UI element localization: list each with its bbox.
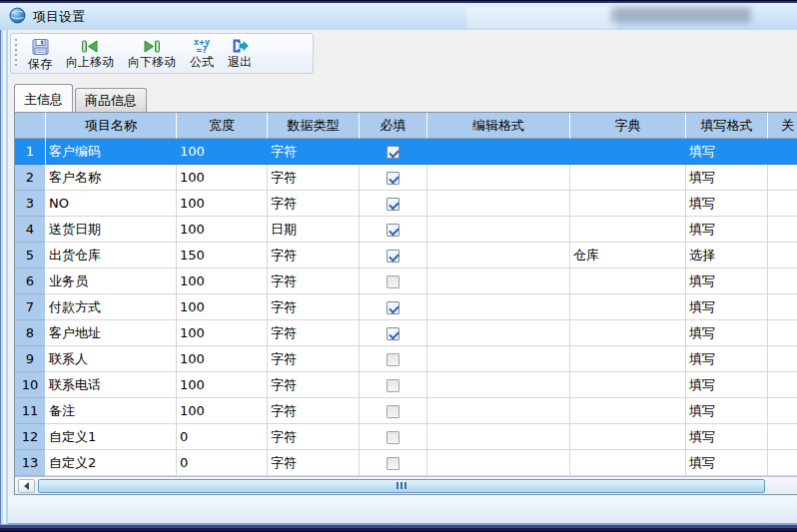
cell-data-type[interactable]: 字符 bbox=[268, 398, 360, 424]
formula-button[interactable]: x+y =? 公式 bbox=[183, 36, 221, 71]
cell-edit-format[interactable] bbox=[427, 346, 570, 372]
cell-data-type[interactable]: 字符 bbox=[268, 165, 360, 191]
cell-item-name[interactable]: 客户名称 bbox=[46, 165, 177, 191]
cell-data-type[interactable]: 字符 bbox=[268, 139, 360, 165]
column-header-data-type[interactable]: 数据类型 bbox=[268, 113, 360, 139]
cell-data-type[interactable]: 字符 bbox=[268, 320, 360, 346]
cell-dictionary[interactable] bbox=[570, 398, 686, 424]
cell-width[interactable]: 100 bbox=[177, 398, 268, 424]
cell-width[interactable]: 100 bbox=[177, 165, 268, 191]
cell-item-name[interactable]: 备注 bbox=[46, 398, 177, 424]
cell-edit-format[interactable] bbox=[427, 139, 570, 165]
cell-item-name[interactable]: 出货仓库 bbox=[46, 243, 177, 268]
cell-link[interactable] bbox=[768, 372, 797, 398]
column-header-required[interactable]: 必填 bbox=[360, 113, 427, 139]
exit-button[interactable]: 退出 bbox=[221, 36, 259, 71]
titlebar[interactable] bbox=[0, 0, 797, 30]
cell-link[interactable] bbox=[768, 450, 797, 476]
cell-required[interactable] bbox=[360, 450, 427, 476]
row-number-cell[interactable]: 13 bbox=[15, 450, 46, 476]
cell-fill-format[interactable]: 填写 bbox=[686, 294, 768, 320]
cell-fill-format[interactable]: 填写 bbox=[686, 450, 768, 476]
column-header-dictionary[interactable]: 字典 bbox=[570, 113, 686, 139]
cell-data-type[interactable]: 字符 bbox=[268, 372, 360, 398]
cell-item-name[interactable]: 自定义2 bbox=[46, 450, 177, 476]
cell-required[interactable] bbox=[360, 398, 427, 424]
cell-fill-format[interactable]: 填写 bbox=[686, 217, 768, 243]
cell-item-name[interactable]: 业务员 bbox=[46, 268, 177, 294]
cell-edit-format[interactable] bbox=[427, 450, 570, 476]
row-number-cell[interactable]: 6 bbox=[15, 268, 46, 294]
scrollbar-thumb[interactable] bbox=[38, 479, 765, 493]
cell-required[interactable] bbox=[360, 139, 427, 165]
cell-width[interactable]: 100 bbox=[177, 191, 268, 217]
checkbox-checked[interactable] bbox=[387, 224, 399, 237]
cell-dictionary[interactable] bbox=[570, 424, 686, 450]
cell-link[interactable] bbox=[768, 398, 797, 424]
cell-fill-format[interactable]: 填写 bbox=[686, 398, 768, 424]
cell-required[interactable] bbox=[360, 268, 427, 294]
row-number-cell[interactable]: 8 bbox=[15, 320, 46, 346]
cell-data-type[interactable]: 字符 bbox=[268, 294, 360, 320]
cell-edit-format[interactable] bbox=[427, 372, 570, 398]
cell-width[interactable]: 100 bbox=[177, 320, 268, 346]
cell-link[interactable] bbox=[768, 217, 797, 243]
cell-fill-format[interactable]: 填写 bbox=[686, 320, 768, 346]
cell-dictionary[interactable] bbox=[570, 320, 686, 346]
cell-edit-format[interactable] bbox=[427, 398, 570, 424]
checkbox-unchecked[interactable] bbox=[387, 275, 399, 288]
cell-dictionary[interactable] bbox=[570, 346, 686, 372]
cell-link[interactable] bbox=[768, 165, 797, 191]
cell-link[interactable] bbox=[768, 320, 797, 346]
cell-required[interactable] bbox=[360, 372, 427, 398]
row-number-cell[interactable]: 2 bbox=[15, 165, 46, 191]
checkbox-checked[interactable] bbox=[387, 172, 399, 185]
cell-item-name[interactable]: NO bbox=[46, 191, 177, 217]
cell-dictionary[interactable] bbox=[570, 372, 686, 398]
row-number-cell[interactable]: 7 bbox=[15, 294, 46, 320]
move-up-button[interactable]: 向上移动 bbox=[59, 36, 121, 71]
cell-dictionary[interactable] bbox=[570, 217, 686, 243]
cell-data-type[interactable]: 字符 bbox=[268, 346, 360, 372]
toolbar-grip[interactable] bbox=[15, 39, 18, 68]
cell-edit-format[interactable] bbox=[427, 320, 570, 346]
tab-product-info[interactable]: 商品信息 bbox=[75, 88, 147, 112]
cell-link[interactable] bbox=[768, 268, 797, 294]
row-number-cell[interactable]: 9 bbox=[15, 346, 46, 372]
cell-required[interactable] bbox=[360, 346, 427, 372]
cell-edit-format[interactable] bbox=[427, 424, 570, 450]
cell-fill-format[interactable]: 填写 bbox=[686, 191, 768, 217]
cell-link[interactable] bbox=[768, 294, 797, 320]
checkbox-checked[interactable] bbox=[387, 250, 399, 263]
move-down-button[interactable]: 向下移动 bbox=[121, 36, 183, 71]
horizontal-scrollbar[interactable] bbox=[15, 476, 797, 494]
cell-data-type[interactable]: 字符 bbox=[268, 191, 360, 217]
cell-width[interactable]: 100 bbox=[177, 346, 268, 372]
checkbox-unchecked[interactable] bbox=[387, 353, 399, 366]
cell-item-name[interactable]: 联系电话 bbox=[46, 372, 177, 398]
row-number-cell[interactable]: 3 bbox=[15, 191, 46, 217]
column-header-row-number[interactable] bbox=[15, 113, 46, 139]
scroll-left-button[interactable] bbox=[18, 479, 35, 493]
checkbox-unchecked[interactable] bbox=[387, 405, 399, 418]
cell-item-name[interactable]: 送货日期 bbox=[46, 217, 177, 243]
cell-required[interactable] bbox=[360, 320, 427, 346]
cell-fill-format[interactable]: 填写 bbox=[686, 139, 768, 165]
tab-main-info[interactable]: 主信息 bbox=[14, 84, 73, 112]
row-number-cell[interactable]: 11 bbox=[15, 398, 46, 424]
cell-width[interactable]: 0 bbox=[177, 424, 268, 450]
cell-fill-format[interactable]: 填写 bbox=[686, 424, 768, 450]
row-number-cell[interactable]: 1 bbox=[15, 139, 46, 165]
checkbox-unchecked[interactable] bbox=[387, 431, 399, 444]
cell-data-type[interactable]: 字符 bbox=[268, 424, 360, 450]
cell-required[interactable] bbox=[360, 424, 427, 450]
cell-link[interactable] bbox=[768, 243, 797, 268]
cell-fill-format[interactable]: 填写 bbox=[686, 165, 768, 191]
cell-width[interactable]: 100 bbox=[177, 372, 268, 398]
cell-width[interactable]: 100 bbox=[177, 139, 268, 165]
cell-data-type[interactable]: 字符 bbox=[268, 450, 360, 476]
cell-dictionary[interactable] bbox=[570, 139, 686, 165]
cell-edit-format[interactable] bbox=[427, 165, 570, 191]
row-number-cell[interactable]: 10 bbox=[15, 372, 46, 398]
row-number-cell[interactable]: 12 bbox=[15, 424, 46, 450]
